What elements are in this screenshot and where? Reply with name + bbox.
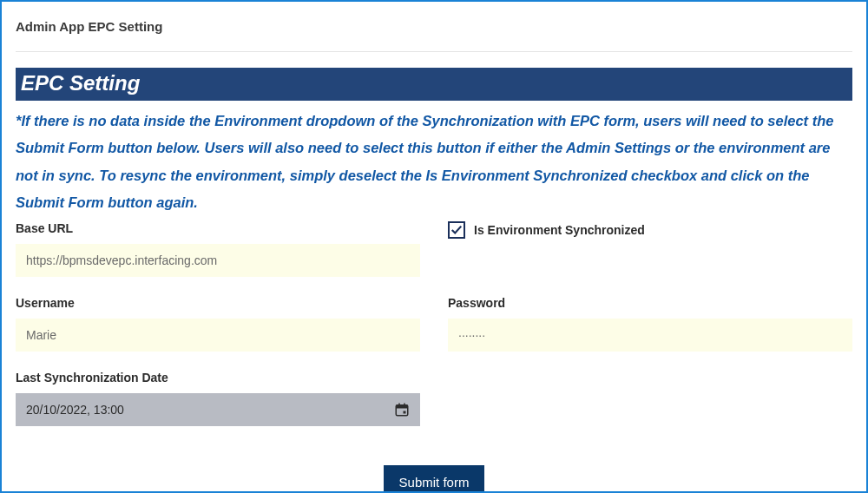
- last-sync-value: 20/10/2022, 13:00: [26, 403, 124, 417]
- last-sync-label: Last Synchronization Date: [16, 371, 420, 385]
- svg-rect-3: [404, 404, 405, 407]
- base-url-input[interactable]: [16, 244, 420, 277]
- calendar-icon: [394, 402, 410, 417]
- svg-rect-1: [396, 405, 408, 409]
- last-sync-field: Last Synchronization Date 20/10/2022, 13…: [16, 371, 420, 426]
- base-url-field: Base URL: [16, 221, 420, 277]
- password-field: Password: [448, 296, 852, 352]
- env-sync-label: Is Environment Synchronized: [474, 223, 645, 237]
- last-sync-input[interactable]: 20/10/2022, 13:00: [16, 393, 420, 426]
- username-label: Username: [16, 296, 420, 310]
- env-sync-row: Is Environment Synchronized: [448, 221, 852, 239]
- password-label: Password: [448, 296, 852, 310]
- env-sync-field: Is Environment Synchronized: [448, 221, 852, 277]
- helper-text: *If there is no data inside the Environm…: [16, 108, 852, 216]
- env-sync-checkbox[interactable]: [448, 221, 465, 239]
- username-field: Username: [16, 296, 420, 352]
- submit-button[interactable]: Submit form: [384, 465, 485, 493]
- check-icon: [450, 224, 463, 236]
- section-header: EPC Setting: [16, 68, 852, 101]
- divider: [16, 51, 852, 52]
- svg-rect-4: [404, 411, 406, 414]
- page-title: Admin App EPC Setting: [16, 19, 852, 34]
- svg-rect-2: [398, 404, 400, 407]
- base-url-label: Base URL: [16, 221, 420, 235]
- password-input[interactable]: [448, 319, 852, 352]
- username-input[interactable]: [16, 319, 420, 352]
- submit-row: Submit form: [16, 465, 852, 493]
- form-grid: Base URL Is Environment Synchronized Use…: [16, 221, 852, 426]
